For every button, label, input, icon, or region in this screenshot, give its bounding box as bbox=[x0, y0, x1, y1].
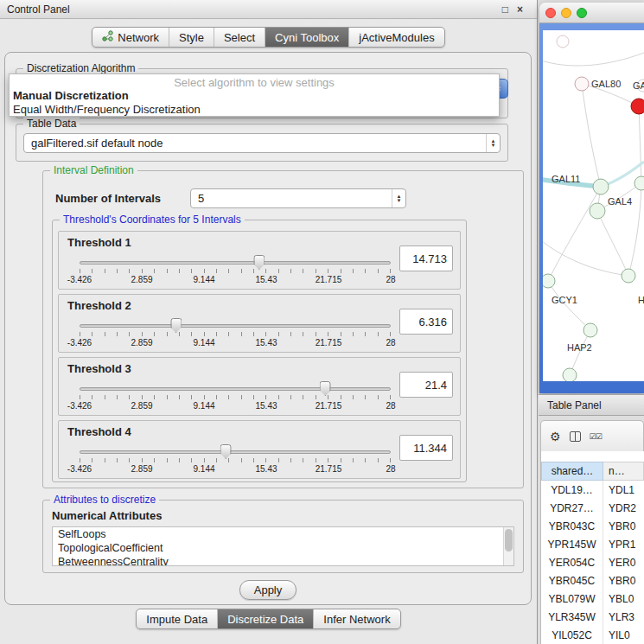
tick-label: 9.144 bbox=[193, 275, 214, 284]
close-traffic-light-icon[interactable] bbox=[545, 8, 556, 18]
table-cell[interactable]: YDR27… bbox=[541, 499, 603, 517]
threshold-1-slider[interactable]: -3.426 2.859 9.144 15.43 21.715 28 bbox=[80, 254, 391, 289]
table-data-combobox[interactable]: galFiltered.sif default node ▲▼ bbox=[23, 133, 501, 153]
gear-icon[interactable]: ⚙ bbox=[550, 430, 561, 443]
attributes-group: Attributes to discretize Numerical Attri… bbox=[42, 500, 524, 573]
threshold-2-value-field[interactable]: 6.316 bbox=[399, 309, 453, 335]
tick-label: 21.715 bbox=[316, 464, 342, 474]
list-scrollbar[interactable] bbox=[503, 527, 513, 565]
tick-label: 15.43 bbox=[255, 338, 277, 348]
table-cell[interactable]: YBR0 bbox=[603, 517, 644, 535]
tab-style[interactable]: Style bbox=[169, 28, 214, 47]
number-of-intervals-combobox[interactable]: 5 ▲▼ bbox=[190, 188, 406, 208]
columns-icon[interactable] bbox=[570, 431, 581, 442]
table-cell[interactable]: YPR145W bbox=[541, 535, 603, 553]
slider-track[interactable] bbox=[80, 324, 391, 328]
slider-thumb[interactable] bbox=[170, 318, 182, 333]
table-cell[interactable]: YDL1 bbox=[603, 481, 644, 499]
float-window-icon[interactable]: □ bbox=[502, 4, 508, 15]
slider-track[interactable] bbox=[80, 450, 391, 454]
tick-label: -3.426 bbox=[67, 401, 92, 411]
table-cell[interactable]: YBR045C bbox=[541, 571, 603, 590]
slider-thumb[interactable] bbox=[253, 255, 265, 270]
threshold-3-slider[interactable]: -3.426 2.859 9.144 15.43 21.715 28 bbox=[80, 380, 391, 415]
list-item[interactable]: SelfLoops bbox=[53, 527, 513, 541]
table-cell[interactable]: YIL0 bbox=[603, 626, 644, 644]
tick-label: 21.715 bbox=[316, 338, 342, 348]
close-window-icon[interactable]: × bbox=[517, 4, 523, 15]
tab-select[interactable]: Select bbox=[214, 28, 265, 47]
list-item[interactable]: TopologicalCoefficient bbox=[53, 541, 513, 555]
right-panel: GAL80 GA GAL11 GAL4 GCY1 H HAP2 Table Pa… bbox=[539, 0, 644, 644]
tab-network[interactable]: Network bbox=[92, 28, 169, 47]
table-row[interactable]: YLR345W YLR3 bbox=[541, 608, 644, 626]
slider-track[interactable] bbox=[80, 261, 391, 265]
tick-label: 28 bbox=[386, 338, 395, 348]
table-row[interactable]: YBL079W YBL0 bbox=[541, 590, 644, 608]
table-cell[interactable]: YDR2 bbox=[603, 499, 644, 517]
slider-tick-labels: -3.426 2.859 9.144 15.43 21.715 28 bbox=[80, 338, 391, 348]
slider-ticks bbox=[80, 395, 391, 399]
slider-thumb[interactable] bbox=[320, 381, 331, 396]
table-cell[interactable]: YBL079W bbox=[541, 590, 603, 608]
table-cell[interactable]: YDL19… bbox=[541, 481, 603, 499]
table-cell[interactable]: YBR0 bbox=[603, 571, 644, 590]
scrollbar-thumb[interactable] bbox=[505, 529, 513, 552]
tab-discretize-data[interactable]: Discretize Data bbox=[218, 609, 314, 628]
table-cell[interactable]: YBL0 bbox=[603, 590, 644, 608]
zoom-traffic-light-icon[interactable] bbox=[577, 8, 587, 18]
dropdown-item-manual-discretization[interactable]: Manual Discretization bbox=[10, 89, 499, 103]
table-panel-toolbar: ⚙ ☑☑ bbox=[540, 420, 644, 451]
node-table: shared… n… YDL19… YDL1 YDR27… YDR2 YBR04… bbox=[540, 451, 644, 644]
table-cell[interactable]: YBR043C bbox=[541, 517, 603, 535]
table-row[interactable]: YDL19… YDL1 bbox=[541, 481, 644, 499]
combobox-stepper-icon[interactable]: ▲▼ bbox=[392, 189, 405, 207]
list-item[interactable]: BetweennessCentrality bbox=[53, 555, 513, 566]
tab-impute-data[interactable]: Impute Data bbox=[137, 609, 218, 628]
network-canvas[interactable]: GAL80 GA GAL11 GAL4 GCY1 H HAP2 bbox=[543, 30, 644, 381]
threshold-4-value-field[interactable]: 11.344 bbox=[399, 435, 453, 461]
tab-cyni-toolbox[interactable]: Cyni Toolbox bbox=[265, 28, 349, 47]
table-cell[interactable]: YIL052C bbox=[541, 626, 603, 644]
slider-thumb[interactable] bbox=[220, 444, 232, 459]
tab-network-label: Network bbox=[118, 31, 159, 44]
combobox-stepper-icon[interactable]: ▲▼ bbox=[486, 134, 500, 152]
tab-jactivemodules[interactable]: jActiveModules bbox=[349, 28, 443, 47]
discretization-algorithm-group-label: Discretization Algorithm bbox=[23, 62, 138, 74]
threshold-4-slider[interactable]: -3.426 2.859 9.144 15.43 21.715 28 bbox=[80, 443, 391, 478]
table-cell[interactable]: YLR3 bbox=[603, 608, 644, 626]
table-cell[interactable]: YER054C bbox=[541, 553, 603, 571]
threshold-2-slider[interactable]: -3.426 2.859 9.144 15.43 21.715 28 bbox=[80, 317, 391, 352]
table-row[interactable]: YIL052C YIL0 bbox=[541, 626, 644, 644]
tab-cyni-toolbox-label: Cyni Toolbox bbox=[275, 31, 339, 44]
node-label: GAL80 bbox=[591, 79, 621, 89]
column-header-shared-name[interactable]: shared… bbox=[541, 462, 603, 481]
table-cell[interactable]: YLR345W bbox=[541, 608, 603, 626]
checkbox-grid-icon[interactable]: ☑☑ bbox=[590, 432, 602, 441]
tick-label: 2.859 bbox=[131, 464, 152, 474]
minimize-traffic-light-icon[interactable] bbox=[561, 8, 571, 18]
table-cell[interactable]: YER0 bbox=[603, 553, 644, 571]
table-cell[interactable]: YPR1 bbox=[603, 535, 644, 553]
network-window: GAL80 GA GAL11 GAL4 GCY1 H HAP2 bbox=[539, 3, 644, 393]
threshold-3-value-field[interactable]: 21.4 bbox=[399, 372, 453, 398]
table-row[interactable]: YER054C YER0 bbox=[541, 553, 644, 571]
dropdown-placeholder-item[interactable]: Select algorithm to view settings bbox=[10, 74, 499, 89]
threshold-3-label: Threshold 3 bbox=[67, 362, 131, 375]
tab-infer-network[interactable]: Infer Network bbox=[314, 609, 399, 628]
dropdown-item-equal-width-frequency[interactable]: Equal Width/Frequency Discretization bbox=[10, 103, 499, 117]
table-row[interactable]: YBR043C YBR0 bbox=[541, 517, 644, 535]
node-label: H bbox=[638, 295, 644, 305]
threshold-4-label: Threshold 4 bbox=[67, 425, 131, 438]
table-row[interactable]: YBR045C YBR0 bbox=[541, 571, 644, 590]
column-header-name[interactable]: n… bbox=[603, 462, 644, 481]
table-row[interactable]: YDR27… YDR2 bbox=[541, 499, 644, 517]
tick-label: 2.859 bbox=[131, 338, 152, 348]
node-label: GCY1 bbox=[552, 295, 577, 305]
bottom-tab-bar: Impute Data Discretize Data Infer Networ… bbox=[0, 609, 537, 629]
table-data-group: Table Data galFiltered.sif default node … bbox=[16, 124, 508, 162]
slider-track[interactable] bbox=[80, 387, 391, 391]
apply-button[interactable]: Apply bbox=[239, 580, 296, 600]
threshold-1-value-field[interactable]: 14.713 bbox=[399, 245, 453, 271]
table-row[interactable]: YPR145W YPR1 bbox=[541, 535, 644, 553]
